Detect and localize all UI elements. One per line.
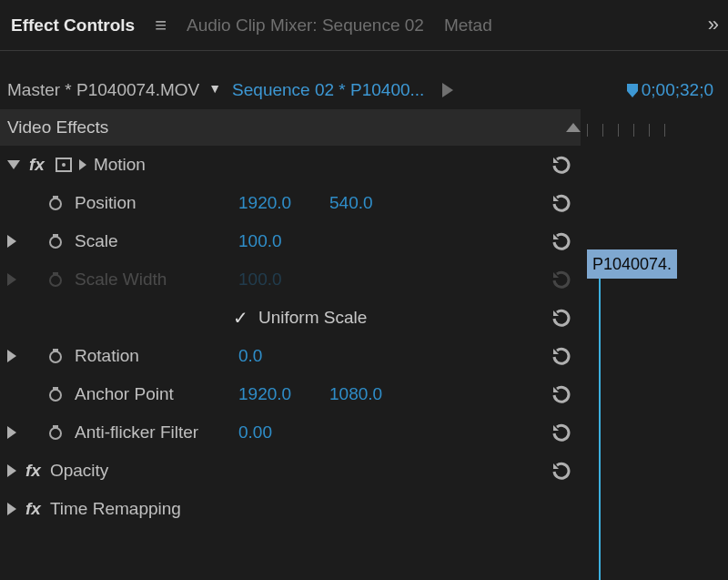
reset-scale-width-button[interactable] [548,268,575,291]
section-video-effects: Video Effects [7,117,108,137]
property-rotation-label: Rotation [75,346,238,366]
svg-rect-3 [53,196,58,198]
property-antiflicker-label: Anti-flicker Filter [75,422,238,443]
antiflicker-value[interactable]: 0.00 [238,422,329,443]
svg-point-12 [50,428,61,439]
property-position-label: Position [75,193,238,213]
effect-motion-label[interactable]: Motion [94,155,146,175]
collapse-up-icon[interactable] [566,123,581,132]
stopwatch-icon [47,272,64,287]
stopwatch-icon[interactable] [47,196,64,210]
property-scale-label: Scale [75,231,238,251]
motion-target-icon[interactable] [54,157,74,173]
effect-opacity-label[interactable]: Opacity [50,461,108,481]
svg-rect-9 [53,349,58,351]
scale-value[interactable]: 100.0 [238,231,329,251]
play-icon[interactable] [442,83,453,97]
reset-anchor-button[interactable] [548,382,575,406]
reset-antiflicker-button[interactable] [548,421,575,444]
twirl-right-icon[interactable] [7,464,16,477]
reset-opacity-button[interactable] [548,459,575,483]
timecode-text: 0;00;32;0 [642,80,713,100]
timeline-ruler[interactable] [587,118,665,137]
anchor-x-value[interactable]: 1920.0 [238,384,329,404]
checkmark-icon[interactable]: ✓ [233,307,251,329]
twirl-right-icon[interactable] [7,426,16,439]
overflow-icon[interactable]: » [708,13,719,36]
anchor-y-value[interactable]: 1080.0 [329,384,420,404]
stopwatch-icon[interactable] [47,425,64,440]
master-clip-path: Master * P1040074.MOV [7,80,199,100]
fx-badge-icon[interactable]: fx [25,461,41,481]
uniform-scale-label[interactable]: Uniform Scale [258,308,367,328]
dropdown-arrow-icon[interactable]: ▼ [208,81,221,96]
scale-width-value: 100.0 [238,270,329,290]
reset-position-button[interactable] [548,191,575,215]
svg-point-10 [50,390,61,401]
playhead-marker-icon[interactable] [625,82,640,98]
svg-point-4 [50,237,61,248]
position-x-value[interactable]: 1920.0 [238,193,329,213]
tab-audio-clip-mixer[interactable]: Audio Clip Mixer: Sequence 02 [181,12,430,39]
svg-point-1 [62,163,66,167]
fx-badge-icon[interactable]: fx [25,499,41,519]
twirl-right-icon [7,273,16,286]
stopwatch-icon[interactable] [47,234,64,249]
fx-badge-icon[interactable]: fx [29,155,45,175]
twirl-right-icon[interactable] [7,350,16,362]
svg-rect-7 [53,272,58,275]
rotation-value[interactable]: 0.0 [238,346,329,366]
reset-motion-button[interactable] [548,153,575,177]
svg-rect-13 [53,425,58,428]
svg-point-6 [50,275,61,286]
clip-label-chip[interactable]: P1040074. [587,249,677,279]
property-anchor-label: Anchor Point [75,384,238,404]
svg-rect-5 [53,234,58,237]
stopwatch-icon[interactable] [47,349,64,363]
clip-label-text: P1040074. [592,255,672,274]
stopwatch-icon[interactable] [47,387,64,402]
svg-point-8 [50,351,61,362]
reset-scale-button[interactable] [548,229,575,253]
twirl-down-icon[interactable] [7,160,20,169]
twirl-right-icon[interactable] [7,503,16,515]
tab-effect-controls[interactable]: Effect Controls [5,12,140,39]
svg-rect-11 [53,387,58,390]
timecode-display[interactable]: 0;00;32;0 [625,80,713,100]
reset-uniform-button[interactable] [548,306,575,330]
tab-metadata[interactable]: Metad [439,12,498,39]
panel-menu-icon[interactable]: ≡ [149,14,172,37]
reset-rotation-button[interactable] [548,344,575,368]
property-scale-width-label: Scale Width [75,270,238,290]
chevron-right-icon [79,159,86,170]
sequence-clip-link[interactable]: Sequence 02 * P10400... [232,80,424,100]
position-y-value[interactable]: 540.0 [329,193,420,213]
twirl-right-icon[interactable] [7,235,16,248]
effect-time-remapping-label[interactable]: Time Remapping [50,499,181,519]
svg-point-2 [50,198,61,209]
playhead-line[interactable] [599,279,601,580]
